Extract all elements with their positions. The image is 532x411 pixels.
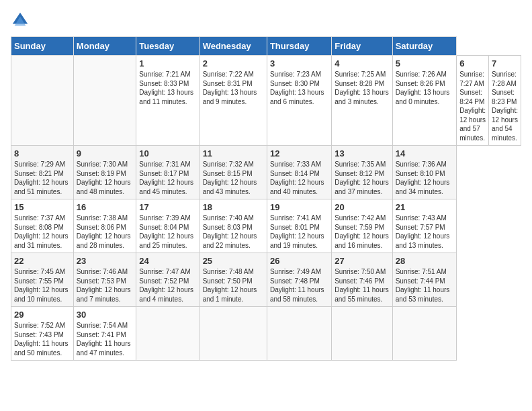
calendar-cell: 21Sunrise: 7:43 AMSunset: 7:57 PMDayligh… xyxy=(392,199,456,253)
calendar-header-row: Sunday Monday Tuesday Wednesday Thursday… xyxy=(11,37,521,56)
calendar-week-2: 15Sunrise: 7:37 AMSunset: 8:08 PMDayligh… xyxy=(11,199,521,253)
calendar-cell: 29Sunrise: 7:52 AMSunset: 7:43 PMDayligh… xyxy=(11,307,74,361)
day-number: 12 xyxy=(270,148,328,158)
header-thursday: Thursday xyxy=(267,37,331,56)
header-saturday: Saturday xyxy=(392,37,456,56)
day-info: Sunrise: 7:42 AMSunset: 7:59 PMDaylight:… xyxy=(335,214,390,250)
calendar-table: Sunday Monday Tuesday Wednesday Thursday… xyxy=(11,36,521,361)
calendar-cell: 13Sunrise: 7:35 AMSunset: 8:12 PMDayligh… xyxy=(332,146,393,199)
calendar-cell: 19Sunrise: 7:41 AMSunset: 8:01 PMDayligh… xyxy=(267,199,331,253)
day-info: Sunrise: 7:54 AMSunset: 7:41 PMDaylight:… xyxy=(77,321,134,357)
calendar-cell: 10Sunrise: 7:31 AMSunset: 8:17 PMDayligh… xyxy=(136,146,200,199)
day-info: Sunrise: 7:25 AMSunset: 8:28 PMDaylight:… xyxy=(335,70,390,106)
calendar-cell: 6Sunrise: 7:27 AMSunset: 8:24 PMDaylight… xyxy=(457,56,489,146)
calendar-cell xyxy=(267,307,331,361)
day-info: Sunrise: 7:28 AMSunset: 8:23 PMDaylight:… xyxy=(492,70,518,142)
day-number: 5 xyxy=(396,58,453,68)
day-number: 23 xyxy=(77,256,134,266)
calendar-cell xyxy=(11,56,74,146)
day-info: Sunrise: 7:46 AMSunset: 7:53 PMDaylight:… xyxy=(77,267,134,304)
day-number: 19 xyxy=(270,202,328,212)
day-info: Sunrise: 7:43 AMSunset: 7:57 PMDaylight:… xyxy=(396,214,453,250)
calendar-cell: 12Sunrise: 7:33 AMSunset: 8:14 PMDayligh… xyxy=(267,146,331,199)
day-info: Sunrise: 7:40 AMSunset: 8:03 PMDaylight:… xyxy=(203,214,264,250)
logo-icon xyxy=(11,11,30,30)
day-info: Sunrise: 7:23 AMSunset: 8:30 PMDaylight:… xyxy=(270,70,328,106)
day-number: 10 xyxy=(139,148,196,158)
calendar-cell: 11Sunrise: 7:32 AMSunset: 8:15 PMDayligh… xyxy=(200,146,267,199)
day-info: Sunrise: 7:37 AMSunset: 8:08 PMDaylight:… xyxy=(14,214,71,250)
calendar-cell: 23Sunrise: 7:46 AMSunset: 7:53 PMDayligh… xyxy=(73,253,136,307)
day-number: 14 xyxy=(396,148,453,158)
day-info: Sunrise: 7:51 AMSunset: 7:44 PMDaylight:… xyxy=(396,267,453,304)
day-info: Sunrise: 7:39 AMSunset: 8:04 PMDaylight:… xyxy=(139,214,196,250)
day-number: 7 xyxy=(492,58,518,68)
day-info: Sunrise: 7:38 AMSunset: 8:06 PMDaylight:… xyxy=(77,214,134,250)
calendar-cell: 1Sunrise: 7:21 AMSunset: 8:33 PMDaylight… xyxy=(136,56,200,146)
calendar-cell: 16Sunrise: 7:38 AMSunset: 8:06 PMDayligh… xyxy=(73,199,136,253)
day-number: 28 xyxy=(396,256,453,266)
calendar-week-3: 22Sunrise: 7:45 AMSunset: 7:55 PMDayligh… xyxy=(11,253,521,307)
calendar-cell xyxy=(200,307,267,361)
calendar-cell: 2Sunrise: 7:22 AMSunset: 8:31 PMDaylight… xyxy=(200,56,267,146)
day-number: 11 xyxy=(203,148,264,158)
day-number: 3 xyxy=(270,58,328,68)
day-info: Sunrise: 7:35 AMSunset: 8:12 PMDaylight:… xyxy=(335,160,390,196)
day-number: 18 xyxy=(203,202,264,212)
day-number: 15 xyxy=(14,202,71,212)
header-tuesday: Tuesday xyxy=(136,37,200,56)
day-number: 20 xyxy=(335,202,390,212)
day-number: 6 xyxy=(459,58,486,68)
calendar-cell: 20Sunrise: 7:42 AMSunset: 7:59 PMDayligh… xyxy=(332,199,393,253)
calendar-cell: 3Sunrise: 7:23 AMSunset: 8:30 PMDaylight… xyxy=(267,56,331,146)
calendar-week-0: 1Sunrise: 7:21 AMSunset: 8:33 PMDaylight… xyxy=(11,56,521,146)
header-friday: Friday xyxy=(332,37,393,56)
day-info: Sunrise: 7:22 AMSunset: 8:31 PMDaylight:… xyxy=(203,70,264,106)
day-number: 25 xyxy=(203,256,264,266)
calendar-cell: 4Sunrise: 7:25 AMSunset: 8:28 PMDaylight… xyxy=(332,56,393,146)
day-info: Sunrise: 7:29 AMSunset: 8:21 PMDaylight:… xyxy=(14,160,71,196)
day-number: 24 xyxy=(139,256,196,266)
day-number: 2 xyxy=(203,58,264,68)
header-sunday: Sunday xyxy=(11,37,74,56)
day-number: 26 xyxy=(270,256,328,266)
calendar-cell xyxy=(392,307,456,361)
day-info: Sunrise: 7:27 AMSunset: 8:24 PMDaylight:… xyxy=(459,70,486,142)
calendar-cell: 14Sunrise: 7:36 AMSunset: 8:10 PMDayligh… xyxy=(392,146,456,199)
calendar-cell: 8Sunrise: 7:29 AMSunset: 8:21 PMDaylight… xyxy=(11,146,74,199)
day-number: 13 xyxy=(335,148,390,158)
calendar-cell: 15Sunrise: 7:37 AMSunset: 8:08 PMDayligh… xyxy=(11,199,74,253)
calendar-cell: 30Sunrise: 7:54 AMSunset: 7:41 PMDayligh… xyxy=(73,307,136,361)
day-info: Sunrise: 7:30 AMSunset: 8:19 PMDaylight:… xyxy=(77,160,134,196)
calendar-cell: 5Sunrise: 7:26 AMSunset: 8:26 PMDaylight… xyxy=(392,56,456,146)
day-info: Sunrise: 7:49 AMSunset: 7:48 PMDaylight:… xyxy=(270,267,328,304)
header-monday: Monday xyxy=(73,37,136,56)
calendar-week-4: 29Sunrise: 7:52 AMSunset: 7:43 PMDayligh… xyxy=(11,307,521,361)
calendar-cell: 26Sunrise: 7:49 AMSunset: 7:48 PMDayligh… xyxy=(267,253,331,307)
calendar-cell: 22Sunrise: 7:45 AMSunset: 7:55 PMDayligh… xyxy=(11,253,74,307)
calendar-cell xyxy=(136,307,200,361)
calendar-cell: 27Sunrise: 7:50 AMSunset: 7:46 PMDayligh… xyxy=(332,253,393,307)
calendar-cell xyxy=(73,56,136,146)
calendar-cell: 25Sunrise: 7:48 AMSunset: 7:50 PMDayligh… xyxy=(200,253,267,307)
calendar-cell xyxy=(332,307,393,361)
day-number: 8 xyxy=(14,148,71,158)
calendar-week-1: 8Sunrise: 7:29 AMSunset: 8:21 PMDaylight… xyxy=(11,146,521,199)
day-number: 22 xyxy=(14,256,71,266)
calendar-cell: 7Sunrise: 7:28 AMSunset: 8:23 PMDaylight… xyxy=(489,56,521,146)
logo xyxy=(11,11,32,30)
day-number: 4 xyxy=(335,58,390,68)
day-number: 29 xyxy=(14,310,71,320)
day-info: Sunrise: 7:31 AMSunset: 8:17 PMDaylight:… xyxy=(139,160,196,196)
calendar-cell: 24Sunrise: 7:47 AMSunset: 7:52 PMDayligh… xyxy=(136,253,200,307)
day-number: 30 xyxy=(77,310,134,320)
calendar-cell: 9Sunrise: 7:30 AMSunset: 8:19 PMDaylight… xyxy=(73,146,136,199)
calendar-cell: 18Sunrise: 7:40 AMSunset: 8:03 PMDayligh… xyxy=(200,199,267,253)
calendar-cell: 17Sunrise: 7:39 AMSunset: 8:04 PMDayligh… xyxy=(136,199,200,253)
day-number: 16 xyxy=(77,202,134,212)
day-number: 17 xyxy=(139,202,196,212)
day-info: Sunrise: 7:47 AMSunset: 7:52 PMDaylight:… xyxy=(139,267,196,304)
day-info: Sunrise: 7:48 AMSunset: 7:50 PMDaylight:… xyxy=(203,267,264,304)
day-info: Sunrise: 7:33 AMSunset: 8:14 PMDaylight:… xyxy=(270,160,328,196)
day-info: Sunrise: 7:26 AMSunset: 8:26 PMDaylight:… xyxy=(396,70,453,106)
